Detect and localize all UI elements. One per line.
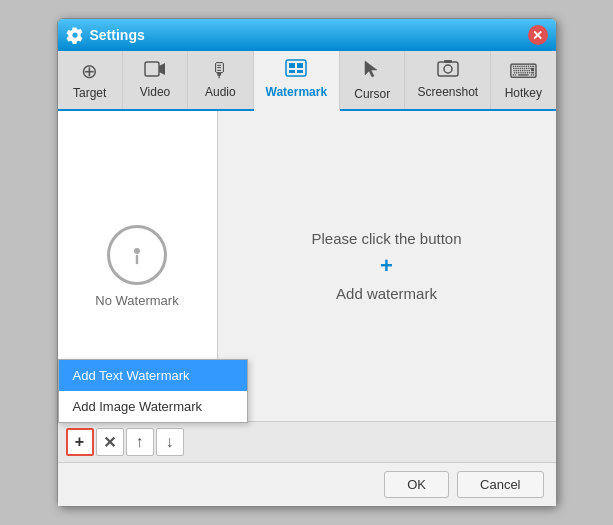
no-watermark-icon <box>107 225 167 285</box>
settings-window: Settings ✕ ⊕ Target Video 🎙 Audio <box>57 18 557 507</box>
tab-hotkey[interactable]: ⌨ Hotkey <box>491 51 555 109</box>
add-text-watermark-item[interactable]: Add Text Watermark <box>59 360 247 391</box>
dropdown-menu: Add Text Watermark Add Image Watermark <box>58 359 248 423</box>
svg-rect-8 <box>438 62 458 76</box>
svg-rect-3 <box>289 63 295 68</box>
tab-screenshot[interactable]: Screenshot <box>405 51 491 109</box>
svg-marker-1 <box>159 63 165 75</box>
title-bar-left: Settings <box>66 26 145 44</box>
svg-rect-6 <box>297 70 303 73</box>
no-watermark-label: No Watermark <box>95 293 178 308</box>
tab-video-label: Video <box>140 85 170 99</box>
tab-video[interactable]: Video <box>123 51 188 109</box>
bottom-toolbar: + ✕ ↑ ↓ <box>58 421 556 462</box>
close-button[interactable]: ✕ <box>528 25 548 45</box>
right-panel: Please click the button + Add watermark <box>218 111 556 421</box>
remove-watermark-button[interactable]: ✕ <box>96 428 124 456</box>
footer: OK Cancel <box>58 462 556 506</box>
video-icon <box>144 59 166 82</box>
window-title: Settings <box>90 27 145 43</box>
settings-icon <box>66 26 84 44</box>
cursor-icon <box>363 59 381 84</box>
tab-bar: ⊕ Target Video 🎙 Audio <box>58 51 556 111</box>
tab-hotkey-label: Hotkey <box>505 86 542 100</box>
svg-point-11 <box>134 248 140 254</box>
cancel-button[interactable]: Cancel <box>457 471 543 498</box>
tab-audio[interactable]: 🎙 Audio <box>188 51 253 109</box>
add-image-watermark-item[interactable]: Add Image Watermark <box>59 391 247 422</box>
add-watermark-button[interactable]: + <box>66 428 94 456</box>
add-watermark-text: Add watermark <box>336 285 437 302</box>
svg-rect-4 <box>297 63 303 68</box>
screenshot-icon <box>437 59 459 82</box>
title-bar: Settings ✕ <box>58 19 556 51</box>
svg-rect-0 <box>145 62 159 76</box>
move-up-button[interactable]: ↑ <box>126 428 154 456</box>
svg-point-9 <box>444 65 452 73</box>
ok-button[interactable]: OK <box>384 471 449 498</box>
tab-target[interactable]: ⊕ Target <box>58 51 123 109</box>
watermark-icon <box>285 59 307 82</box>
tab-cursor-label: Cursor <box>354 87 390 101</box>
hotkey-icon: ⌨ <box>509 59 538 83</box>
plus-icon-large: + <box>380 253 393 279</box>
svg-rect-10 <box>444 60 452 63</box>
tab-watermark[interactable]: Watermark <box>254 51 341 111</box>
tab-watermark-label: Watermark <box>266 85 328 99</box>
audio-icon: 🎙 <box>210 59 230 82</box>
tab-cursor[interactable]: Cursor <box>340 51 405 109</box>
target-icon: ⊕ <box>81 59 98 83</box>
svg-marker-7 <box>365 61 377 77</box>
svg-rect-5 <box>289 70 295 73</box>
bottom-toolbar-wrapper: + ✕ ↑ ↓ Add Text Watermark Add Image Wat… <box>58 421 556 462</box>
tab-target-label: Target <box>73 86 106 100</box>
instruction-text: Please click the button <box>311 230 461 247</box>
tab-screenshot-label: Screenshot <box>417 85 478 99</box>
tab-audio-label: Audio <box>205 85 236 99</box>
move-down-button[interactable]: ↓ <box>156 428 184 456</box>
